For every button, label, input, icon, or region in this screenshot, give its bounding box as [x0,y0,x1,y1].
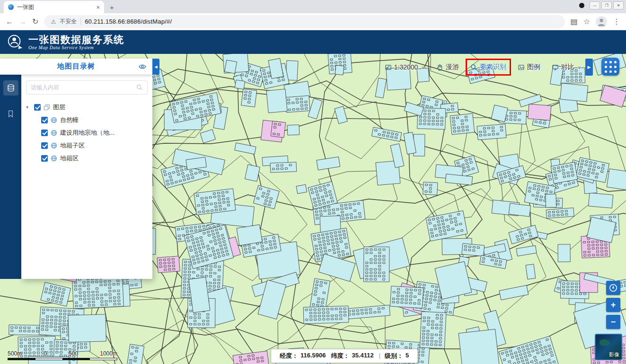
back-icon[interactable]: ← [6,18,13,26]
app-subtitle: One Map Data Service System [28,45,124,50]
new-tab-button[interactable]: + [110,4,114,11]
tree-root-label: 图层 [53,103,65,112]
basemap-switcher[interactable]: 影像 [595,334,622,360]
level-value: 5 [406,352,409,360]
bookmark-icon[interactable] [7,110,15,120]
browser-tabstrip: 一张图 × + — ❐ ✕ [0,0,626,13]
identify-label: 要素识别 [480,63,506,71]
longitude-value: 116.5906 [300,352,326,360]
profile-avatar[interactable] [596,16,607,27]
scalebar-label: 1000m [100,350,117,357]
checkbox-root[interactable] [34,104,41,111]
reload-icon[interactable]: ↻ [32,18,38,26]
window-controls: — ❐ ✕ [579,1,624,9]
checkbox[interactable] [41,155,48,162]
chevron-down-icon: ∨ [421,65,424,70]
tree-item-cadastral-zone[interactable]: 地籍区 [26,152,148,165]
checkbox[interactable] [41,130,48,136]
scale-value: 1:32000 [394,63,418,71]
tree-item-construction-parcel[interactable]: 建设用地宗地（地... [26,126,148,139]
bookmark-star-icon[interactable]: ☆ [583,18,590,26]
browser-toolbar: ← → ↻ ⚠ 不安全 60.211.158.66:8686/distMap/#… [0,13,626,30]
app-header: 一张图数据服务系统 One Map Data Service System [0,30,626,54]
screen: 一张图 × + — ❐ ✕ ← → ↻ ⚠ 不安全 60.211.158.66:… [0,0,626,364]
catalog-panel-title: 地图目录树 [57,62,95,71]
site-favicon [8,4,14,10]
close-icon[interactable]: ✕ [613,1,624,9]
compare-label: 对比 [561,63,574,71]
globe-icon [51,130,57,136]
compare-button[interactable]: 对比 ∨ [552,63,581,71]
legend-button[interactable]: 图例 [518,63,540,71]
tree-root-row[interactable]: ▾ 图层 [26,101,148,113]
checkbox[interactable] [41,142,48,149]
apps-grid-button[interactable] [601,58,619,76]
eye-icon[interactable] [138,62,147,73]
forward-icon[interactable]: → [19,18,26,26]
map-toolbar: 1:32000 ∨ 漫游 要素识别 图例 对比 ∨ [385,60,581,75]
tree-item-label: 地籍区 [60,154,79,163]
maximize-icon[interactable]: ❐ [601,1,612,9]
tree-item-label: 自然幢 [60,116,79,124]
minimize-icon[interactable]: — [590,1,600,9]
roam-button[interactable]: 漫游 [436,63,459,71]
scalebar-label: 500m [8,350,22,357]
browser-tab[interactable]: 一张图 × [4,1,104,13]
toolbar-expand-button[interactable]: ▶ [585,59,593,76]
app-logo [7,34,24,51]
browser-action-icon[interactable]: ▤ [571,18,578,26]
scale-selector[interactable]: 1:32000 ∨ [385,63,425,71]
security-warning-icon: ⚠ [51,18,56,25]
globe-icon [51,142,57,149]
search-icon [136,84,143,91]
latitude-value: 35.4112 [352,352,373,360]
catalog-panel-header: 地图目录树 [0,59,152,75]
tool-strip [0,75,21,279]
catalog-panel: 地图目录树 [0,59,152,279]
basemap-thumbnail [600,339,610,346]
app-title: 一张图数据服务系统 [28,34,124,45]
tree-expand-icon[interactable]: ▾ [26,104,31,110]
tree-item-label: 建设用地宗地（地... [60,129,115,137]
layer-tree: ▾ 图层 自然幢 建设用地宗地（ [26,101,148,165]
scalebar-label: 500 [69,350,78,357]
tree-item-natural-building[interactable]: 自然幢 [26,113,148,126]
globe-icon [51,155,57,162]
tree-item-cadastral-subzone[interactable]: 地籍子区 [26,139,148,152]
tree-search-box [26,80,148,95]
compass-button[interactable] [606,281,620,295]
search-input[interactable] [31,84,133,91]
tree-item-label: 地籍子区 [60,141,85,150]
zoom-out-button[interactable]: − [606,315,620,329]
longitude-label: 经度： [280,352,298,360]
level-label: 级别： [385,352,403,360]
status-divider: | [379,352,380,360]
security-label: 不安全 [60,17,77,26]
latitude-label: 纬度： [331,352,349,360]
scalebar-label: 0 [44,350,47,357]
globe-icon [51,117,57,123]
panel-collapse-button[interactable]: ◀ [152,59,159,75]
feature-identify-button[interactable]: 要素识别 [470,63,506,71]
browser-notification-icon[interactable] [579,3,584,8]
layer-tree-panel: ▾ 图层 自然幢 建设用地宗地（ [21,75,152,279]
roam-label: 漫游 [446,63,459,71]
tab-title: 一张图 [17,3,93,11]
compass-icon [608,283,618,293]
tab-close-icon[interactable]: × [96,4,100,11]
basemap-label: 影像 [609,351,619,358]
browser-menu-icon[interactable]: ⋮ [613,18,620,26]
map-scalebar: 500m 0 500 1000m [8,350,117,360]
map-area: 1:32000 ∨ 漫游 要素识别 图例 对比 ∨ [0,54,626,364]
chevron-down-icon: ∨ [578,65,581,70]
layers-database-icon[interactable] [3,80,18,95]
scalebar-bar [8,358,117,360]
omnibox-divider [80,18,81,25]
checkbox[interactable] [41,117,48,123]
legend-label: 图例 [527,63,540,71]
url-text: 60.211.158.66:8686/distMap/#/ [85,18,172,25]
coordinate-statusbar: 经度：116.5906 纬度：35.4112 | 级别：5 [271,349,418,363]
layers-icon [44,104,50,111]
zoom-in-button[interactable]: + [606,298,620,312]
address-bar[interactable]: ⚠ 不安全 60.211.158.66:8686/distMap/#/ [44,15,564,28]
